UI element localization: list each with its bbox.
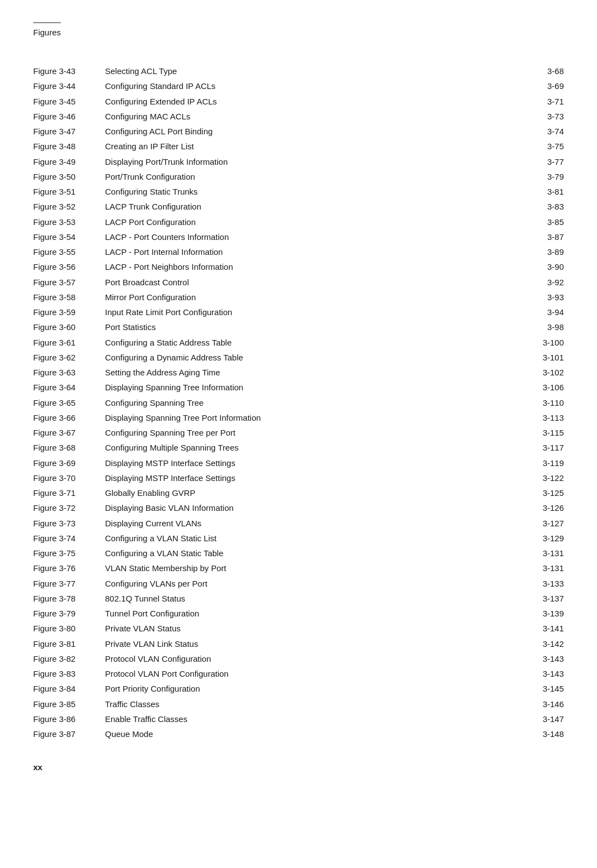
list-item: Figure 3-85Traffic Classes3-146 [33,698,564,710]
figure-number: Figure 3-70 [33,472,105,484]
figure-number: Figure 3-56 [33,260,105,273]
figure-number: Figure 3-72 [33,501,105,514]
figure-page: 3-77 [520,155,564,168]
list-item: Figure 3-53LACP Port Configuration3-85 [33,216,564,228]
figure-page: 3-74 [520,125,564,138]
figure-title: Port Broadcast Control [105,276,520,289]
figure-page: 3-125 [520,487,564,499]
figure-title: Creating an IP Filter List [105,140,520,153]
figure-number: Figure 3-68 [33,441,105,454]
figure-title: Displaying MSTP Interface Settings [105,457,520,469]
figure-title: Port Priority Configuration [105,682,520,695]
figure-number: Figure 3-76 [33,562,105,574]
figure-number: Figure 3-81 [33,637,105,650]
figure-page: 3-101 [520,351,564,364]
figure-title: Private VLAN Status [105,622,520,635]
list-item: Figure 3-74Configuring a VLAN Static Lis… [33,532,564,545]
figure-number: Figure 3-85 [33,698,105,710]
list-item: Figure 3-57Port Broadcast Control3-92 [33,276,564,289]
figure-page: 3-100 [520,336,564,349]
list-item: Figure 3-66Displaying Spanning Tree Port… [33,411,564,424]
figure-title: Tunnel Port Configuration [105,607,520,620]
figure-page: 3-68 [520,65,564,77]
figure-number: Figure 3-71 [33,487,105,499]
list-item: Figure 3-47Configuring ACL Port Binding3… [33,125,564,138]
figure-page: 3-79 [520,170,564,183]
figure-number: Figure 3-82 [33,652,105,665]
figure-title: LACP - Port Counters Information [105,231,520,243]
list-item: Figure 3-52LACP Trunk Configuration3-83 [33,200,564,213]
figure-number: Figure 3-50 [33,170,105,183]
list-item: Figure 3-68Configuring Multiple Spanning… [33,441,564,454]
figure-number: Figure 3-84 [33,682,105,695]
figure-number: Figure 3-64 [33,381,105,394]
figure-title: LACP Trunk Configuration [105,200,520,213]
figure-page: 3-94 [520,306,564,318]
figure-page: 3-69 [520,80,564,92]
figure-title: Configuring MAC ACLs [105,110,520,123]
figure-list: Figure 3-43Selecting ACL Type3-68Figure … [33,65,564,740]
figure-page: 3-119 [520,457,564,469]
figure-number: Figure 3-49 [33,155,105,168]
list-item: Figure 3-49Displaying Port/Trunk Informa… [33,155,564,168]
figure-title: Configuring Multiple Spanning Trees [105,441,520,454]
figure-title: Selecting ACL Type [105,65,520,77]
figure-number: Figure 3-57 [33,276,105,289]
figure-title: 802.1Q Tunnel Status [105,592,520,605]
list-item: Figure 3-75Configuring a VLAN Static Tab… [33,547,564,560]
figure-number: Figure 3-75 [33,547,105,560]
figure-number: Figure 3-53 [33,216,105,228]
figure-number: Figure 3-80 [33,622,105,635]
figure-number: Figure 3-55 [33,245,105,258]
list-item: Figure 3-64Displaying Spanning Tree Info… [33,381,564,394]
figure-title: Private VLAN Link Status [105,637,520,650]
figure-title: Queue Mode [105,728,520,740]
figure-page: 3-131 [520,547,564,560]
list-item: Figure 3-65Configuring Spanning Tree3-11… [33,396,564,409]
figure-title: Configuring VLANs per Port [105,577,520,590]
figure-title: Mirror Port Configuration [105,291,520,304]
figure-title: Globally Enabling GVRP [105,487,520,499]
figure-title: Configuring a Dynamic Address Table [105,351,520,364]
figure-title: Configuring a VLAN Static List [105,532,520,545]
page-number: xx [33,762,43,772]
figure-page: 3-141 [520,622,564,635]
figure-title: Displaying Basic VLAN Information [105,501,520,514]
figure-title: Displaying MSTP Interface Settings [105,472,520,484]
figure-title: Protocol VLAN Configuration [105,652,520,665]
list-item: Figure 3-79Tunnel Port Configuration3-13… [33,607,564,620]
figure-number: Figure 3-54 [33,231,105,243]
list-item: Figure 3-78802.1Q Tunnel Status3-137 [33,592,564,605]
figure-page: 3-115 [520,426,564,439]
figure-title: Configuring Extended IP ACLs [105,95,520,108]
list-item: Figure 3-81Private VLAN Link Status3-142 [33,637,564,650]
figure-number: Figure 3-48 [33,140,105,153]
figure-page: 3-73 [520,110,564,123]
list-item: Figure 3-54LACP - Port Counters Informat… [33,231,564,243]
figure-title: Configuring Static Trunks [105,185,520,198]
figure-title: Configuring Spanning Tree per Port [105,426,520,439]
figure-title: Configuring a Static Address Table [105,336,520,349]
figure-number: Figure 3-44 [33,80,105,92]
list-item: Figure 3-61Configuring a Static Address … [33,336,564,349]
list-item: Figure 3-56LACP - Port Neighbors Informa… [33,260,564,273]
figure-title: Configuring a VLAN Static Table [105,547,520,560]
figure-number: Figure 3-69 [33,457,105,469]
figure-number: Figure 3-62 [33,351,105,364]
list-item: Figure 3-45Configuring Extended IP ACLs3… [33,95,564,108]
figure-page: 3-122 [520,472,564,484]
figure-number: Figure 3-86 [33,713,105,725]
figure-page: 3-106 [520,381,564,394]
figure-page: 3-90 [520,260,564,273]
list-item: Figure 3-80Private VLAN Status3-141 [33,622,564,635]
figures-heading: Figures [33,28,61,37]
figure-number: Figure 3-47 [33,125,105,138]
list-item: Figure 3-51Configuring Static Trunks3-81 [33,185,564,198]
figure-page: 3-92 [520,276,564,289]
figure-page: 3-89 [520,245,564,258]
figure-title: Displaying Port/Trunk Information [105,155,520,168]
figure-title: Configuring Spanning Tree [105,396,520,409]
list-item: Figure 3-67Configuring Spanning Tree per… [33,426,564,439]
figure-number: Figure 3-87 [33,728,105,740]
list-item: Figure 3-50Port/Trunk Configuration3-79 [33,170,564,183]
